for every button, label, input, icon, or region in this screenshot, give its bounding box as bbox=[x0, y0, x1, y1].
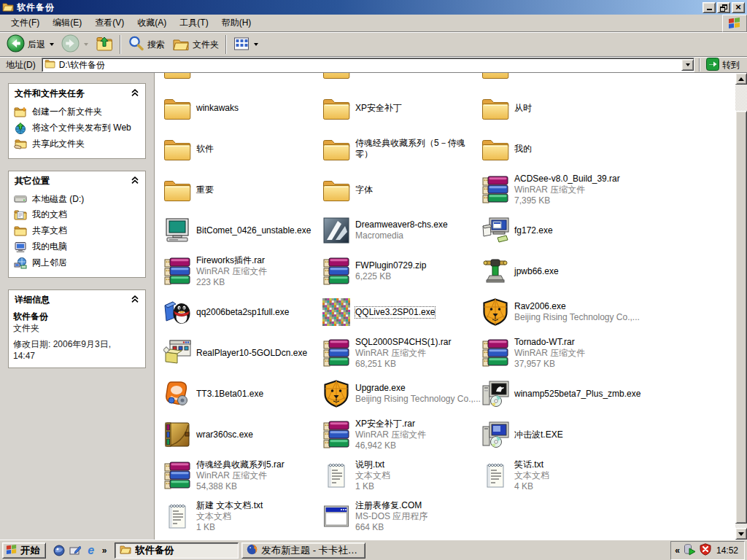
go-button[interactable]: 转到 bbox=[700, 58, 746, 73]
file-item[interactable]: 侍魂经典收藏系列5.rarWinRAR 压缩文件54,388 KB bbox=[157, 455, 313, 496]
restore-button[interactable] bbox=[717, 2, 730, 13]
sidebar-item-file-tasks-1[interactable]: 将这个文件夹发布到 Web bbox=[13, 120, 141, 136]
scroll-up-button[interactable] bbox=[735, 73, 747, 85]
sidebar-item-other-places-0[interactable]: 本地磁盘 (D:) bbox=[13, 192, 141, 207]
file-item[interactable]: QQLive3.2SP01.exe bbox=[316, 292, 472, 332]
file-item[interactable] bbox=[316, 73, 472, 88]
file-detail: WinRAR 压缩文件 bbox=[355, 348, 451, 359]
file-item[interactable]: Dreamweaver8-chs.exeMacromedia bbox=[316, 210, 472, 251]
my-computer-icon bbox=[14, 241, 27, 253]
minimize-button[interactable] bbox=[703, 2, 716, 13]
file-item[interactable]: 从时 bbox=[475, 88, 631, 128]
file-item[interactable]: ACDSee-v8.0_Build_39.rarWinRAR 压缩文件7,395… bbox=[475, 169, 631, 210]
file-item[interactable]: TT3.1Beta01.exe bbox=[157, 373, 313, 414]
desktop-screen: 软件备份 × 文件(F)编辑(E)查看(V)收藏(A)工具(T)帮助(H) 后退 bbox=[0, 0, 747, 560]
sidebar-item-other-places-1[interactable]: 我的文档 bbox=[13, 207, 141, 223]
file-item[interactable]: RealPlayer10-5GOLDcn.exe bbox=[157, 332, 313, 373]
notepad-icon bbox=[322, 461, 351, 490]
file-item[interactable]: Upgrade.exeBeijing Rising Technology Co.… bbox=[316, 373, 472, 414]
sidebar-item-label: 创建一个新文件夹 bbox=[32, 106, 102, 117]
file-item[interactable]: BitComet_0426_unstable.exe bbox=[157, 210, 313, 251]
quick-launch-overflow-chevron[interactable]: » bbox=[101, 545, 109, 556]
file-item[interactable] bbox=[157, 73, 313, 88]
address-input[interactable]: D:\软件备份 bbox=[42, 58, 694, 72]
file-item[interactable]: fg172.exe bbox=[475, 210, 631, 251]
views-button[interactable] bbox=[230, 34, 262, 55]
task-button-0[interactable]: 软件备份 bbox=[115, 542, 239, 559]
publish-web-icon bbox=[14, 122, 27, 134]
file-item[interactable]: 注册表修复.COMMS-DOS 应用程序664 KB bbox=[316, 496, 472, 537]
file-item[interactable]: 我的 bbox=[475, 128, 631, 169]
quick-launch-app-icon[interactable] bbox=[53, 544, 66, 557]
database-play-icon[interactable] bbox=[684, 543, 696, 558]
sidebar-item-other-places-2[interactable]: 共享文档 bbox=[13, 223, 141, 239]
file-item[interactable]: winamp525beta7_Plus_zmb.exe bbox=[475, 373, 631, 414]
file-item[interactable]: wrar360sc.exe bbox=[157, 414, 313, 455]
file-item[interactable]: Fireworks插件.rarWinRAR 压缩文件223 KB bbox=[157, 251, 313, 292]
file-item[interactable] bbox=[475, 73, 631, 88]
cd-setup-icon bbox=[481, 420, 510, 449]
file-name: 重要 bbox=[196, 184, 214, 195]
file-item[interactable]: 重要 bbox=[157, 169, 313, 210]
panel-header-other-places[interactable]: 其它位置 bbox=[9, 171, 145, 190]
file-item[interactable]: 侍魂经典收藏系列（5－侍魂零） bbox=[316, 128, 472, 169]
vertical-scrollbar[interactable] bbox=[735, 73, 747, 540]
file-detail: WinRAR 压缩文件 bbox=[514, 184, 620, 195]
file-detail: 54,388 KB bbox=[196, 481, 285, 492]
file-item[interactable]: SQL2000SP4CHS(1).rarWinRAR 压缩文件68,251 KB bbox=[316, 332, 472, 373]
internet-explorer-icon[interactable]: e bbox=[85, 544, 98, 557]
start-button[interactable]: 开始 bbox=[2, 542, 46, 559]
file-item[interactable]: Rav2006.exeBeijing Rising Technology Co.… bbox=[475, 292, 631, 332]
task-button-1[interactable]: 发布新主题 - 卡卡社区... bbox=[241, 542, 365, 559]
address-dropdown-button[interactable] bbox=[681, 59, 694, 71]
network-icon bbox=[14, 257, 27, 269]
sidebar-item-file-tasks-0[interactable]: 创建一个新文件夹 bbox=[13, 104, 141, 120]
firefox-icon bbox=[247, 544, 258, 557]
toolbar: 后退 搜索 文件夹 bbox=[0, 32, 747, 57]
file-item[interactable]: qq2006beta2sp1full.exe bbox=[157, 292, 313, 332]
scrollbar-thumb[interactable] bbox=[735, 111, 747, 524]
up-button[interactable] bbox=[92, 34, 117, 55]
sidebar-item-other-places-4[interactable]: 网上邻居 bbox=[13, 255, 141, 271]
search-button[interactable]: 搜索 bbox=[124, 34, 169, 55]
folders-button[interactable]: 文件夹 bbox=[169, 34, 222, 55]
panel-header-file-tasks[interactable]: 文件和文件夹任务 bbox=[9, 84, 145, 103]
file-item[interactable]: Tornado-WT.rarWinRAR 压缩文件37,957 KB bbox=[475, 332, 631, 373]
scroll-down-button[interactable] bbox=[735, 528, 747, 540]
forward-button[interactable] bbox=[58, 34, 92, 55]
file-name: winamp525beta7_Plus_zmb.exe bbox=[514, 389, 640, 400]
sidebar-item-file-tasks-2[interactable]: 共享此文件夹 bbox=[13, 136, 141, 152]
menu-item-5[interactable]: 帮助(H) bbox=[215, 15, 258, 31]
file-item[interactable]: 说明.txt文本文档1 KB bbox=[316, 455, 472, 496]
back-button[interactable]: 后退 bbox=[3, 34, 58, 55]
panel-header-details[interactable]: 详细信息 bbox=[9, 290, 145, 309]
file-item[interactable]: winkawaks bbox=[157, 88, 313, 128]
file-list[interactable]: winkawaksXP安全补丁从时软件侍魂经典收藏系列（5－侍魂零）我的重要字体… bbox=[155, 73, 735, 540]
file-item[interactable]: 新建 文本文档.txt文本文档1 KB bbox=[157, 496, 313, 537]
file-text: 软件 bbox=[196, 144, 214, 155]
sidebar-item-other-places-3[interactable]: 我的电脑 bbox=[13, 239, 141, 255]
menu-item-2[interactable]: 查看(V) bbox=[88, 15, 131, 31]
show-desktop-icon[interactable] bbox=[69, 544, 82, 557]
back-label: 后退 bbox=[28, 39, 45, 51]
file-text: QQLive3.2SP01.exe bbox=[355, 307, 435, 318]
file-name: 笑话.txt bbox=[514, 459, 543, 470]
menu-item-4[interactable]: 工具(T) bbox=[173, 15, 214, 31]
file-item[interactable]: 软件 bbox=[157, 128, 313, 169]
folder-icon bbox=[481, 134, 510, 163]
file-item[interactable]: 字体 bbox=[316, 169, 472, 210]
task-button-label: 发布新主题 - 卡卡社区... bbox=[261, 544, 360, 557]
close-button[interactable]: × bbox=[732, 2, 745, 13]
menu-item-0[interactable]: 文件(F) bbox=[4, 15, 46, 31]
file-item[interactable]: XP安全补丁.rarWinRAR 压缩文件46,942 KB bbox=[316, 414, 472, 455]
titlebar[interactable]: 软件备份 × bbox=[0, 0, 747, 15]
file-item[interactable]: 笑话.txt文本文档4 KB bbox=[475, 455, 631, 496]
file-item[interactable]: 冲击波t.EXE bbox=[475, 414, 631, 455]
security-alert-shield-icon[interactable] bbox=[700, 543, 711, 558]
file-item[interactable]: XP安全补丁 bbox=[316, 88, 472, 128]
menu-item-3[interactable]: 收藏(A) bbox=[131, 15, 173, 31]
file-item[interactable]: jpwb66.exe bbox=[475, 251, 631, 292]
tray-collapse-chevron[interactable]: « bbox=[675, 545, 680, 556]
menu-item-1[interactable]: 编辑(E) bbox=[46, 15, 88, 31]
file-item[interactable]: FWPlugin0729.zip6,225 KB bbox=[316, 251, 472, 292]
